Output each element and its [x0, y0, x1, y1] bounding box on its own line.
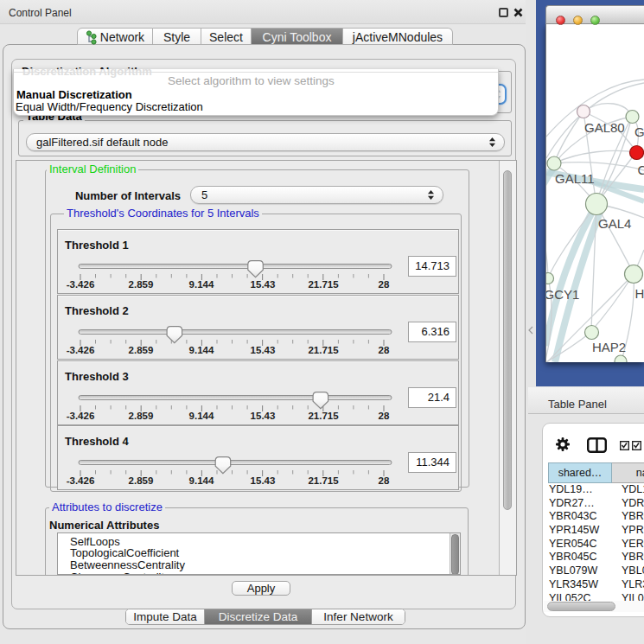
- svg-text:GA: GA: [634, 124, 644, 139]
- svg-text:HAP2: HAP2: [592, 340, 626, 354]
- svg-text:H: H: [635, 286, 644, 301]
- svg-text:GCY1: GCY1: [546, 287, 579, 302]
- svg-text:C: C: [638, 163, 644, 177]
- svg-text:GAL80: GAL80: [584, 120, 625, 135]
- svg-text:GAL11: GAL11: [555, 171, 595, 186]
- svg-text:GAL4: GAL4: [598, 216, 631, 231]
